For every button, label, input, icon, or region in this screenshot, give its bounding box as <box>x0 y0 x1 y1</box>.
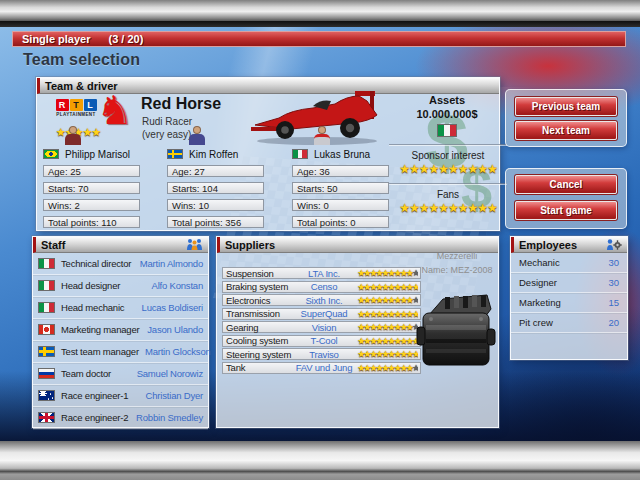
staff-name: Lucas Boldiseri <box>142 302 203 313</box>
driver-starts: Starts: 104 <box>167 182 264 194</box>
driver-country-flag-icon <box>292 149 308 159</box>
staff-row: Test team manager Martin Glockson <box>33 341 208 363</box>
staff-row: Head mechanic Lucas Boldiseri <box>33 297 208 319</box>
confirm-button-panel: Cancel Start game <box>505 168 627 229</box>
next-team-button[interactable]: Next team <box>515 121 617 140</box>
employee-row: Designer 30 <box>511 273 627 293</box>
driver-age: Age: 25 <box>43 165 140 177</box>
staff-role: Race engineer-1 <box>61 390 140 401</box>
titlebar-title: Single player <box>22 33 90 45</box>
driver-portrait <box>63 126 83 145</box>
assets-block: Assets 10.000.000$ <box>403 94 491 137</box>
supplier-row: Transmission SuperQuad ★★★★★★★★★★ <box>222 308 421 320</box>
rtl-logo-caption: PLAYTAINMENT <box>53 112 99 117</box>
fans-label: Fans <box>381 189 515 200</box>
divider <box>389 183 507 184</box>
sponsor-interest-stars: ★★★★★★★★★★ <box>381 162 515 176</box>
window-top-frame <box>0 0 640 21</box>
driver-name: Lukas Bruna <box>314 149 370 160</box>
supplier-company: LTA Inc. <box>292 268 356 279</box>
employee-count: 20 <box>608 317 619 328</box>
supplier-part: Cooling system <box>226 335 292 346</box>
suppliers-panel: Suppliers Suspension LTA Inc. ★★★★★★★★★★… <box>216 236 499 428</box>
staff-role: Marketing manager <box>61 324 141 335</box>
supplier-rating-stars: ★★★★★★★★★★ <box>356 295 418 305</box>
supplier-part: Suspension <box>226 268 292 279</box>
supplier-company: Traviso <box>292 349 356 360</box>
employee-count: 30 <box>608 257 619 268</box>
supplier-rating-stars: ★★★★★★★★★★ <box>356 349 418 359</box>
driver-wins: Wins: 2 <box>43 199 140 211</box>
staff-row: Race engineer-1 Christian Dyer <box>33 385 208 407</box>
cancel-button[interactable]: Cancel <box>515 175 617 194</box>
staff-row: Head designer Alfo Konstan <box>33 275 208 297</box>
screen-titlebar: Single player (3 / 20) <box>12 31 626 47</box>
country-flag-icon <box>38 390 55 401</box>
staff-role: Head designer <box>61 280 146 291</box>
engine-name: Name: MEZ-2008 <box>420 265 494 275</box>
driver-country-flag-icon <box>43 149 59 159</box>
employees-header: Employees <box>511 237 627 253</box>
driver-total-points: Total points: 356 <box>167 216 264 228</box>
assets-value: 10.000.000$ <box>403 108 491 120</box>
country-flag-icon <box>38 280 55 291</box>
rtl-logo-letter: R <box>56 99 69 111</box>
staff-panel: Staff Technical director Martin Almondo … <box>32 236 209 428</box>
supplier-company: FAV und Jung <box>292 362 356 373</box>
staff-role: Race engineer-2 <box>61 412 130 423</box>
suppliers-list: Suspension LTA Inc. ★★★★★★★★★★ Braking s… <box>222 267 421 375</box>
staff-name: Samuel Norowiz <box>137 368 203 379</box>
employee-count: 30 <box>608 277 619 288</box>
employee-count: 15 <box>608 297 619 308</box>
previous-team-button[interactable]: Previous team <box>515 97 617 116</box>
supplier-rating-stars: ★★★★★★★★★★ <box>356 322 418 332</box>
fans-stars: ★★★★★★★★★★ <box>381 201 515 215</box>
staff-role: Test team manager <box>61 346 139 357</box>
supplier-rating-stars: ★★★★★★★★★★ <box>356 336 418 346</box>
employees-icon <box>605 238 622 252</box>
country-flag-icon <box>38 368 55 379</box>
supplier-rating-stars: ★★★★★★★★★★ <box>356 268 418 278</box>
supplier-rating-stars: ★★★★★★★★★★ <box>356 282 418 292</box>
staff-header: Staff <box>33 237 208 253</box>
divider <box>389 144 507 145</box>
window-bottom-frame <box>0 441 640 480</box>
page-title: Team selection <box>23 51 140 69</box>
staff-row: Team doctor Samuel Norowiz <box>33 363 208 385</box>
start-game-button[interactable]: Start game <box>515 201 617 220</box>
supplier-part: Steering system <box>226 349 292 360</box>
staff-role: Head mechanic <box>61 302 136 313</box>
supplier-part: Transmission <box>226 308 292 319</box>
sponsor-interest-block: Sponsor interest ★★★★★★★★★★ <box>381 150 515 176</box>
supplier-part: Tank <box>226 362 292 373</box>
team-name: Red Horse <box>141 95 221 113</box>
driver-country-flag-icon <box>167 149 183 159</box>
driver-total-points: Total points: 0 <box>292 216 389 228</box>
supplier-part: Electronics <box>226 295 292 306</box>
people-icon <box>186 238 203 252</box>
driver-total-points: Total points: 110 <box>43 216 140 228</box>
driver-starts: Starts: 50 <box>292 182 389 194</box>
sponsor-interest-label: Sponsor interest <box>381 150 515 161</box>
supplier-part: Braking system <box>226 281 292 292</box>
supplier-part: Gearing <box>226 322 292 333</box>
engine-info: Mezzerelli Name: MEZ-2008 <box>420 251 494 275</box>
driver-starts: Starts: 70 <box>43 182 140 194</box>
staff-name: Christian Dyer <box>146 390 203 401</box>
staff-name: Robbin Smedley <box>136 412 203 423</box>
supplier-row: Electronics Sixth Inc. ★★★★★★★★★★ <box>222 294 421 306</box>
country-flag-icon <box>38 324 55 335</box>
supplier-company: Censo <box>292 281 356 292</box>
supplier-row: Cooling system T-Cool ★★★★★★★★★★ <box>222 335 421 347</box>
staff-header-label: Staff <box>41 239 65 251</box>
driver-name: Kim Roffen <box>189 149 238 160</box>
titlebar-counter: (3 / 20) <box>108 33 143 45</box>
supplier-company: Sixth Inc. <box>292 295 356 306</box>
window-top-frame-edge <box>0 21 640 27</box>
driver-wins: Wins: 10 <box>167 199 264 211</box>
employee-row: Mechanic 30 <box>511 253 627 273</box>
fans-block: Fans ★★★★★★★★★★ <box>381 189 515 215</box>
staff-name: Martin Almondo <box>140 258 203 269</box>
driver-wins: Wins: 0 <box>292 199 389 211</box>
staff-row: Marketing manager Jason Ulando <box>33 319 208 341</box>
